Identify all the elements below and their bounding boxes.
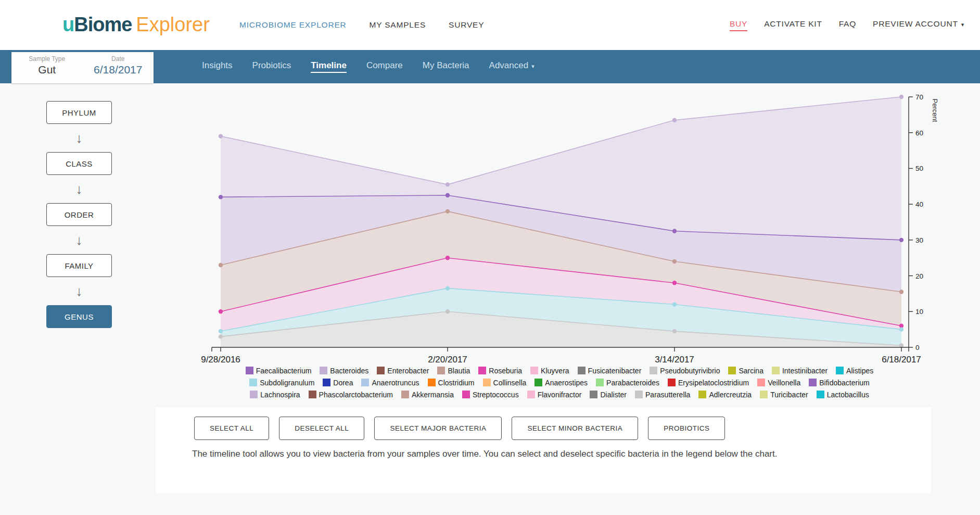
legend-swatch-icon (590, 391, 597, 398)
point-pseudobutyrivibrio-1[interactable] (446, 309, 450, 313)
y-tick-label-30: 30 (915, 236, 923, 244)
nav-link-faq[interactable]: FAQ (839, 19, 856, 31)
select-major-bacteria-button[interactable]: SELECT MAJOR BACTERIA (374, 417, 502, 440)
taxonomy-level-class[interactable]: CLASS (46, 152, 112, 175)
point-subdoligranulum-1[interactable] (446, 286, 450, 290)
y-tick-label-10: 10 (915, 308, 923, 316)
probiotics-button[interactable]: PROBIOTICS (648, 417, 725, 440)
legend-swatch-icon (462, 391, 470, 398)
legend-item-bacteroides[interactable]: Bacteroides (320, 367, 368, 375)
logo-explorer: Explorer (136, 14, 210, 35)
point-pseudobutyrivibrio-0[interactable] (219, 334, 223, 338)
legend-item-clostridium[interactable]: Clostridium (428, 379, 475, 387)
legend-item-turicibacter[interactable]: Turicibacter (760, 391, 808, 399)
tab-my-bacteria[interactable]: My Bacteria (423, 60, 469, 73)
point-blautia-1[interactable] (446, 209, 450, 213)
nav-link-buy[interactable]: BUY (730, 19, 747, 31)
x-tick-label-2: 3/14/2017 (655, 355, 694, 365)
point-pseudobutyrivibrio-2[interactable] (672, 329, 677, 333)
legend-item-blautia[interactable]: Blautia (437, 367, 470, 375)
point-subdoligranulum-0[interactable] (219, 329, 223, 333)
legend-item-dialister[interactable]: Dialister (590, 391, 627, 399)
view-tabs: InsightsProbioticsTimelineCompareMy Bact… (202, 50, 534, 83)
point-faecalibacterium-1[interactable] (446, 193, 450, 197)
legend-item-pseudobutyrivibrio[interactable]: Pseudobutyrivibrio (650, 367, 720, 375)
timeline-chart-svg[interactable]: 9/28/20162/20/20173/14/20176/18/20170102… (177, 83, 958, 375)
legend-item-adlercreutzia[interactable]: Adlercreutzia (698, 391, 752, 399)
point-blautia-2[interactable] (672, 259, 677, 263)
legend-item-dorea[interactable]: Dorea (323, 379, 353, 387)
x-tick-label-1: 2/20/2017 (428, 355, 467, 365)
deselect-all-button[interactable]: DESELECT ALL (279, 417, 364, 440)
legend-swatch-icon (246, 367, 253, 374)
point-blautia-3[interactable] (899, 290, 903, 294)
legend-item-roseburia[interactable]: Roseburia (478, 367, 522, 375)
legend-item-parasutterella[interactable]: Parasutterella (635, 391, 690, 399)
legend-item-label: Flavonifractor (538, 391, 582, 399)
nav-link-activate-kit[interactable]: ACTIVATE KIT (764, 19, 822, 31)
legend-item-label: Parasutterella (645, 391, 690, 399)
legend-item-fusicatenibacter[interactable]: Fusicatenibacter (578, 367, 642, 375)
taxonomy-level-genus[interactable]: GENUS (46, 305, 112, 328)
legend-item-phascolarctobacterium[interactable]: Phascolarctobacterium (309, 391, 393, 399)
legend-item-lachnospira[interactable]: Lachnospira (250, 391, 300, 399)
legend-item-alistipes[interactable]: Alistipes (836, 367, 873, 375)
legend-item-akkermansia[interactable]: Akkermansia (401, 391, 454, 399)
point-faecalibacterium-0[interactable] (219, 195, 223, 199)
legend-swatch-icon (437, 367, 445, 374)
nav-link-preview-account[interactable]: PREVIEW ACCOUNT▾ (873, 19, 964, 31)
legend-item-enterobacter[interactable]: Enterobacter (377, 367, 429, 375)
nav-link-microbiome-explorer[interactable]: MICROBIOME EXPLORER (239, 20, 347, 30)
legend-item-anaerotruncus[interactable]: Anaerotruncus (361, 379, 419, 387)
nav-link-survey[interactable]: SURVEY (449, 20, 484, 30)
legend-item-intestinibacter[interactable]: Intestinibacter (772, 367, 828, 375)
point-subdoligranulum-3[interactable] (899, 327, 903, 331)
legend-item-veillonella[interactable]: Veillonella (757, 379, 800, 387)
taxonomy-level-family[interactable]: FAMILY (46, 254, 112, 277)
legend-row-2: SubdoligranulumDoreaAnaerotruncusClostri… (177, 376, 942, 388)
legend-item-label: Akkermansia (412, 391, 454, 399)
legend-swatch-icon (478, 367, 486, 374)
point-roseburia-1[interactable] (446, 256, 450, 260)
point-bacteroides-1[interactable] (446, 182, 450, 186)
legend-item-label: Pseudobutyrivibrio (660, 367, 720, 375)
point-subdoligranulum-2[interactable] (672, 302, 677, 306)
legend-item-erysipelatoclostridium[interactable]: Erysipelatoclostridium (668, 379, 749, 387)
legend-swatch-icon (530, 367, 538, 374)
tab-timeline[interactable]: Timeline (311, 60, 347, 73)
legend-item-bifidobacterium[interactable]: Bifidobacterium (809, 379, 870, 387)
y-axis-title: Percent (931, 99, 939, 122)
nav-link-my-samples[interactable]: MY SAMPLES (370, 20, 426, 30)
point-blautia-0[interactable] (219, 263, 223, 267)
point-faecalibacterium-2[interactable] (672, 229, 677, 233)
tab-insights[interactable]: Insights (202, 60, 233, 73)
legend-item-kluyvera[interactable]: Kluyvera (530, 367, 569, 375)
tab-compare[interactable]: Compare (366, 60, 403, 73)
legend-item-label: Subdoligranulum (260, 379, 314, 387)
legend-item-lactobacillus[interactable]: Lactobacillus (817, 391, 869, 399)
taxonomy-level-phylum[interactable]: PHYLUM (46, 101, 112, 124)
point-roseburia-2[interactable] (672, 281, 677, 285)
legend-item-faecalibacterium[interactable]: Faecalibacterium (246, 367, 312, 375)
tab-probiotics[interactable]: Probiotics (252, 60, 291, 73)
legend-item-streptococcus[interactable]: Streptococcus (462, 391, 519, 399)
sample-info-box[interactable]: Sample Type Gut Date 6/18/2017 (11, 52, 154, 83)
point-bacteroides-3[interactable] (899, 95, 903, 99)
point-bacteroides-0[interactable] (219, 134, 223, 138)
point-faecalibacterium-3[interactable] (899, 238, 903, 242)
legend-item-label: Blautia (448, 367, 470, 375)
tab-advanced[interactable]: Advanced▾ (489, 60, 534, 73)
select-minor-bacteria-button[interactable]: SELECT MINOR BACTERIA (512, 417, 638, 440)
select-all-button[interactable]: SELECT ALL (194, 417, 269, 440)
legend-item-anaerostipes[interactable]: Anaerostipes (534, 379, 588, 387)
point-bacteroides-2[interactable] (672, 118, 677, 122)
legend-item-flavonifractor[interactable]: Flavonifractor (527, 391, 582, 399)
legend-item-subdoligranulum[interactable]: Subdoligranulum (249, 379, 314, 387)
ubiome-logo[interactable]: uBiomeExplorer (62, 14, 210, 36)
down-arrow-icon: ↓ (76, 175, 83, 203)
point-roseburia-0[interactable] (219, 309, 223, 313)
legend-item-collinsella[interactable]: Collinsella (483, 379, 527, 387)
taxonomy-level-order[interactable]: ORDER (46, 203, 112, 226)
legend-item-parabacteroides[interactable]: Parabacteroides (596, 379, 659, 387)
legend-item-sarcina[interactable]: Sarcina (728, 367, 763, 375)
